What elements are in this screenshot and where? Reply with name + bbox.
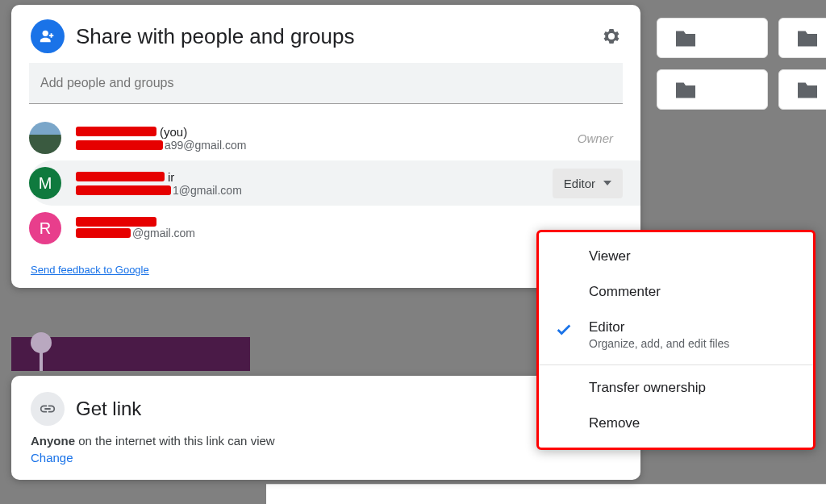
folder-icon — [795, 29, 820, 48]
bg-folder[interactable] — [657, 69, 768, 110]
add-people-input[interactable] — [29, 63, 623, 104]
avatar — [29, 122, 61, 154]
chevron-down-icon — [603, 181, 611, 185]
person-row-owner: (you) a99@gmail.com Owner — [11, 115, 640, 160]
redacted — [76, 127, 156, 136]
feedback-link[interactable]: Send feedback to Google — [31, 264, 149, 276]
redacted — [76, 185, 171, 195]
menu-item-viewer[interactable]: Viewer — [539, 239, 813, 274]
check-icon — [555, 321, 573, 339]
person-add-icon — [31, 19, 65, 53]
bg-decor — [31, 332, 52, 353]
person-name: ir — [76, 170, 553, 184]
person-name — [76, 217, 623, 227]
role-menu: Viewer Commenter Editor Organize, add, a… — [536, 230, 816, 450]
avatar: M — [29, 167, 61, 199]
bg-folder[interactable] — [778, 69, 826, 110]
folder-icon — [795, 81, 820, 100]
redacted — [76, 217, 156, 227]
bg-folder[interactable] — [657, 18, 768, 58]
link-icon — [31, 392, 65, 426]
redacted — [76, 172, 165, 181]
avatar: R — [29, 212, 61, 244]
bg-row — [266, 484, 826, 504]
person-email: a99@gmail.com — [76, 139, 578, 152]
menu-item-subtitle: Organize, add, and edit files — [589, 337, 797, 350]
change-link[interactable]: Change — [31, 451, 73, 464]
folder-icon — [674, 29, 698, 48]
role-dropdown-button[interactable]: Editor — [553, 169, 623, 198]
link-description: Anyone on the internet with this link ca… — [31, 434, 621, 448]
svg-point-0 — [43, 31, 48, 36]
person-email: 1@gmail.com — [76, 184, 553, 197]
menu-item-remove[interactable]: Remove — [539, 406, 813, 441]
you-label: (you) — [160, 125, 187, 139]
folder-icon — [674, 81, 698, 100]
role-label: Editor — [564, 177, 595, 190]
person-name: (you) — [76, 125, 578, 139]
bg-folder[interactable] — [778, 18, 826, 58]
menu-item-commenter[interactable]: Commenter — [539, 274, 813, 310]
gear-icon[interactable] — [602, 27, 621, 46]
get-link-title: Get link — [76, 398, 141, 420]
share-title: Share with people and groups — [76, 24, 602, 49]
menu-separator — [539, 364, 813, 365]
person-row-selected[interactable]: M ir 1@gmail.com Editor — [29, 160, 640, 206]
menu-item-editor[interactable]: Editor Organize, add, and edit files — [539, 310, 813, 360]
redacted — [76, 228, 131, 238]
redacted — [76, 140, 163, 150]
owner-label: Owner — [578, 131, 623, 145]
menu-item-transfer[interactable]: Transfer ownership — [539, 370, 813, 406]
